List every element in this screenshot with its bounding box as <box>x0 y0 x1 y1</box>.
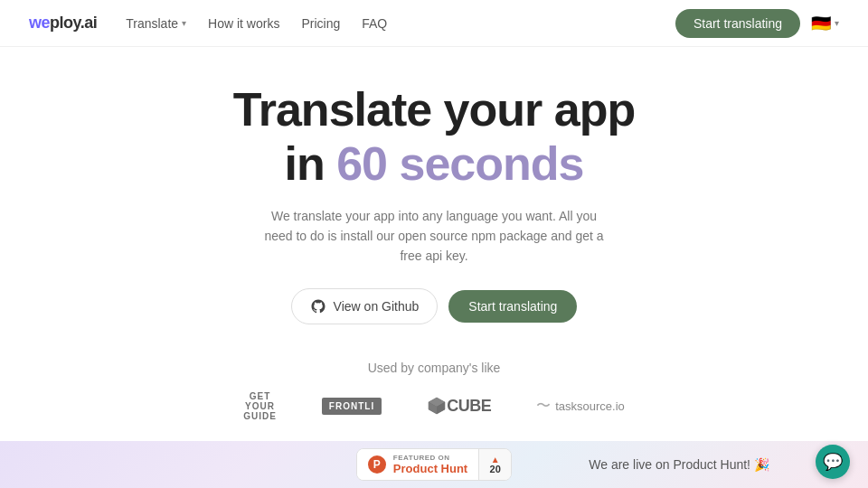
frontli-logo-text: FRONTLI <box>322 398 382 415</box>
nav-howitworks-label: How it works <box>208 16 279 31</box>
nav-links: Translate ▾ How it works Pricing FAQ <box>126 16 387 31</box>
tasksource-wave-icon: 〜 <box>536 397 551 416</box>
chat-icon: 💬 <box>823 452 843 472</box>
company-cube: CUBE <box>427 396 491 416</box>
ph-live-text: We are live on Product Hunt! 🎉 <box>512 457 846 472</box>
hero-headline-line1: Translate your app <box>233 83 635 136</box>
navbar: weploy.ai Translate ▾ How it works Prici… <box>0 0 868 47</box>
logo-ploy-text: ploy <box>50 14 80 32</box>
tasksource-logo-text: tasksource.io <box>555 399 625 413</box>
nav-faq-label: FAQ <box>362 16 387 31</box>
navbar-left: weploy.ai Translate ▾ How it works Prici… <box>29 14 387 33</box>
company-frontli: FRONTLI <box>322 398 382 415</box>
companies-logos: GETYOURGUIDE FRONTLI CUBE 〜 tasksource.i… <box>243 391 625 421</box>
github-icon <box>310 298 326 314</box>
nav-item-howitworks[interactable]: How it works <box>208 16 279 31</box>
company-getyourguide: GETYOURGUIDE <box>243 391 277 421</box>
chevron-down-icon: ▾ <box>182 18 186 28</box>
nav-pricing-label: Pricing <box>301 16 340 31</box>
companies-section: Used by company's like GETYOURGUIDE FRON… <box>0 343 868 421</box>
product-hunt-badge[interactable]: P FEATURED ON Product Hunt ▲ 20 <box>356 448 512 481</box>
ph-upvote-count: 20 <box>490 465 501 474</box>
hero-headline-number: 60 seconds <box>336 137 583 190</box>
navbar-right: Start translating 🇩🇪 ▾ <box>675 9 839 38</box>
navbar-start-translating-button[interactable]: Start translating <box>675 9 800 38</box>
language-selector[interactable]: 🇩🇪 ▾ <box>811 14 839 33</box>
ph-product-name: Product Hunt <box>393 462 467 475</box>
ph-featured-label: FEATURED ON <box>393 454 467 462</box>
ph-badge-left: P FEATURED ON Product Hunt <box>357 449 478 480</box>
cube-logo-icon <box>427 396 447 416</box>
nav-item-pricing[interactable]: Pricing <box>301 16 340 31</box>
getyourguide-logo-text: GETYOURGUIDE <box>243 391 277 421</box>
bottom-bar: P FEATURED ON Product Hunt ▲ 20 We are l… <box>0 441 868 488</box>
hero-headline-prefix: in <box>285 137 337 190</box>
hero-translate-button[interactable]: Start translating <box>448 290 577 323</box>
nav-item-faq[interactable]: FAQ <box>362 16 387 31</box>
tasksource-logo: 〜 tasksource.io <box>536 397 625 416</box>
github-button-label: View on Github <box>334 299 420 314</box>
product-hunt-icon: P <box>368 455 386 474</box>
flag-icon: 🇩🇪 <box>811 14 831 33</box>
cube-logo-text: CUBE <box>447 397 491 416</box>
nav-item-translate[interactable]: Translate ▾ <box>126 16 186 31</box>
chat-bubble-button[interactable]: 💬 <box>816 445 850 479</box>
hero-headline: Translate your app in 60 seconds <box>233 83 635 192</box>
ph-badge-right: ▲ 20 <box>478 449 511 480</box>
language-chevron-icon: ▾ <box>835 18 839 28</box>
logo-we-text: we <box>29 14 50 32</box>
hero-actions: View on Github Start translating <box>291 288 578 324</box>
ph-text-block: FEATURED ON Product Hunt <box>393 454 467 475</box>
github-button[interactable]: View on Github <box>291 288 439 324</box>
hero-section: Translate your app in 60 seconds We tran… <box>0 47 868 343</box>
logo[interactable]: weploy.ai <box>29 14 97 33</box>
company-tasksource: 〜 tasksource.io <box>536 397 625 416</box>
companies-label: Used by company's like <box>368 361 501 375</box>
nav-translate-label: Translate <box>126 16 178 31</box>
logo-ai-text: ai <box>84 14 97 32</box>
ph-upvote-arrow-icon: ▲ <box>491 455 500 465</box>
hero-subtitle: We translate your app into any language … <box>262 206 606 267</box>
